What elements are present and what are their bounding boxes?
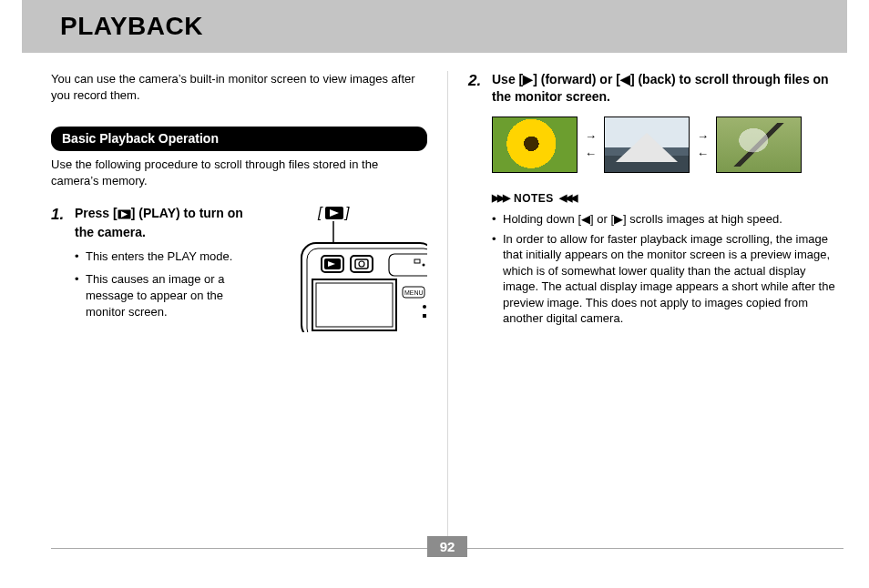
notes-list: •Holding down [◀] or [▶] scrolls images …	[468, 211, 836, 327]
svg-point-22	[423, 305, 426, 309]
list-item: •Holding down [◀] or [▶] scrolls images …	[492, 211, 836, 228]
notes-ornament-left-icon: ▶▶▶	[492, 191, 508, 205]
svg-text:MENU: MENU	[404, 289, 424, 296]
step-2-title: Use [▶] (forward) or [◀] (back) to scrol…	[492, 71, 836, 106]
notes-heading: ▶▶▶ NOTES ◀◀◀	[492, 191, 836, 206]
thumbnail-image	[492, 117, 578, 173]
divider	[467, 548, 843, 549]
step-1-title-a: Press [	[75, 206, 118, 220]
intro-text: You can use the camera’s built-in monito…	[51, 71, 427, 103]
arrow-right-icon: →	[697, 130, 709, 142]
svg-rect-12	[351, 256, 373, 272]
page-number: 92	[427, 536, 468, 557]
section-heading: Basic Playback Operation	[51, 127, 427, 151]
list-item: •In order to allow for faster playback i…	[492, 231, 836, 327]
svg-rect-23	[423, 314, 426, 318]
scroll-arrows: → ←	[585, 130, 597, 159]
arrow-right-icon: →	[585, 130, 597, 142]
manual-page: PLAYBACK You can use the camera’s built-…	[0, 0, 869, 588]
step-1: 1. Press [] (PLAY) to turn on the camera…	[51, 205, 427, 332]
scroll-thumbnails: → ← → ←	[492, 117, 836, 173]
arrow-left-icon: ←	[585, 147, 597, 159]
play-button-icon	[118, 207, 131, 224]
page-footer: 92	[51, 547, 843, 550]
step-1-title: Press [] (PLAY) to turn on the camera.	[75, 205, 261, 241]
section-subtext: Use the following procedure to scroll th…	[51, 157, 427, 188]
page-header: PLAYBACK	[22, 0, 847, 53]
bullet-text: This enters the PLAY mode.	[86, 248, 232, 265]
right-column: 2. Use [▶] (forward) or [◀] (back) to sc…	[447, 71, 843, 539]
list-item: •This enters the PLAY mode.	[75, 248, 261, 265]
svg-rect-21	[316, 283, 393, 327]
step-2: 2. Use [▶] (forward) or [◀] (back) to sc…	[468, 71, 836, 106]
notes-label: NOTES	[514, 191, 554, 206]
left-column: You can use the camera’s built-in monito…	[51, 71, 447, 539]
step-number: 1.	[51, 205, 75, 226]
notes-ornament-right-icon: ◀◀◀	[559, 191, 576, 205]
svg-point-16	[423, 264, 425, 267]
content-area: You can use the camera’s built-in monito…	[51, 71, 843, 539]
svg-text:]: ]	[343, 205, 350, 220]
scroll-arrows: → ←	[697, 130, 709, 159]
svg-rect-15	[389, 254, 427, 276]
note-text: In order to allow for faster playback im…	[503, 231, 836, 327]
svg-text:[: [	[317, 205, 323, 220]
divider	[51, 548, 427, 549]
camera-illustration: [ ]	[291, 205, 427, 332]
arrow-left-icon: ←	[697, 147, 709, 159]
bullet-text: This causes an image or a message to app…	[86, 271, 261, 319]
step-1-bullets: •This enters the PLAY mode. •This causes…	[75, 248, 261, 319]
step-number: 2.	[468, 71, 492, 92]
thumbnail-image	[716, 117, 802, 173]
note-text: Holding down [◀] or [▶] scrolls images a…	[503, 211, 782, 228]
step-1-body: Press [] (PLAY) to turn on the camera. •…	[75, 205, 261, 327]
page-title: PLAYBACK	[60, 12, 203, 41]
thumbnail-image	[604, 117, 690, 173]
list-item: •This causes an image or a message to ap…	[75, 271, 261, 319]
